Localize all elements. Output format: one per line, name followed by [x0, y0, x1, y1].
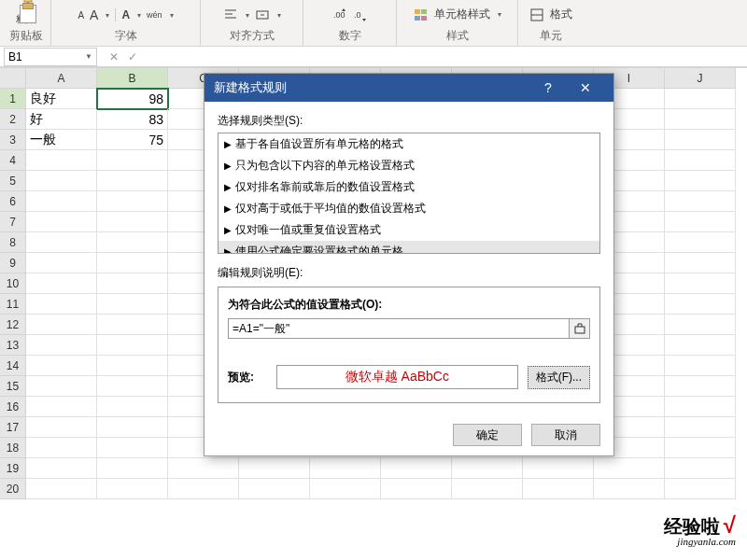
cell[interactable]	[26, 315, 97, 335]
cell[interactable]	[97, 417, 168, 438]
row-header[interactable]: 14	[0, 356, 26, 376]
align-left-icon[interactable]	[223, 7, 238, 22]
cell[interactable]	[97, 458, 168, 479]
cell[interactable]	[97, 232, 168, 253]
row-header[interactable]: 17	[0, 417, 26, 438]
row-header[interactable]: 7	[0, 212, 26, 232]
cell[interactable]	[26, 438, 97, 458]
rule-type-item[interactable]: ▶只为包含以下内容的单元格设置格式	[218, 155, 599, 176]
cell[interactable]	[26, 335, 97, 356]
cell[interactable]	[26, 458, 97, 479]
row-header[interactable]: 11	[0, 294, 26, 315]
cell[interactable]	[665, 212, 736, 232]
cell[interactable]	[26, 294, 97, 315]
cell[interactable]	[97, 479, 168, 499]
range-selector-icon[interactable]	[569, 319, 589, 338]
cell[interactable]	[239, 479, 310, 499]
decrease-font-icon[interactable]: A	[78, 10, 84, 21]
cell[interactable]	[452, 479, 523, 499]
cell[interactable]	[665, 294, 736, 315]
cell[interactable]	[26, 376, 97, 397]
cell[interactable]	[594, 458, 665, 479]
cell[interactable]	[665, 273, 736, 294]
cell[interactable]: 好	[26, 109, 97, 130]
cell[interactable]	[665, 376, 736, 397]
cell[interactable]	[665, 171, 736, 191]
cell[interactable]: 一般	[26, 130, 97, 150]
cell[interactable]	[523, 479, 594, 499]
cell[interactable]	[26, 171, 97, 191]
rule-type-list[interactable]: ▶基于各自值设置所有单元格的格式▶只为包含以下内容的单元格设置格式▶仅对排名靠前…	[218, 133, 600, 254]
cell[interactable]	[97, 376, 168, 397]
cell[interactable]: 83	[97, 109, 168, 130]
rule-type-item[interactable]: ▶仅对排名靠前或靠后的数值设置格式	[218, 176, 599, 198]
cell[interactable]	[26, 191, 97, 212]
formula-input[interactable]	[229, 322, 569, 335]
cell[interactable]	[26, 253, 97, 273]
cell[interactable]	[310, 479, 381, 499]
cell[interactable]	[97, 273, 168, 294]
row-header[interactable]: 3	[0, 130, 26, 150]
cell[interactable]	[665, 356, 736, 376]
cancel-button[interactable]: 取消	[531, 424, 600, 446]
cell[interactable]	[665, 232, 736, 253]
rule-type-item[interactable]: ▶基于各自值设置所有单元格的格式	[218, 133, 599, 155]
cell[interactable]	[26, 150, 97, 171]
column-header[interactable]: B	[97, 68, 168, 89]
cell[interactable]	[665, 397, 736, 417]
cell[interactable]	[310, 458, 381, 479]
chevron-down-icon[interactable]: ▼	[85, 52, 92, 61]
format-label[interactable]: 格式	[550, 7, 572, 22]
help-icon[interactable]: ?	[529, 74, 567, 102]
cancel-fx-icon[interactable]: ✕	[106, 50, 121, 63]
cell[interactable]	[97, 315, 168, 335]
cell-styles-label[interactable]: 单元格样式	[434, 7, 490, 22]
cell-styles-icon[interactable]	[414, 7, 429, 22]
select-all-corner[interactable]	[0, 68, 26, 89]
cell[interactable]	[26, 273, 97, 294]
row-header[interactable]: 10	[0, 273, 26, 294]
cell[interactable]	[26, 479, 97, 499]
cell[interactable]	[381, 479, 452, 499]
row-header[interactable]: 20	[0, 479, 26, 499]
cell[interactable]: 98	[97, 89, 168, 109]
enter-fx-icon[interactable]: ✓	[125, 50, 140, 63]
cell[interactable]	[665, 89, 736, 109]
cell[interactable]	[97, 171, 168, 191]
row-header[interactable]: 2	[0, 109, 26, 130]
cell[interactable]	[97, 253, 168, 273]
cell[interactable]	[97, 294, 168, 315]
row-header[interactable]: 12	[0, 315, 26, 335]
row-header[interactable]: 1	[0, 89, 26, 109]
row-header[interactable]: 5	[0, 171, 26, 191]
cell[interactable]	[239, 458, 310, 479]
merge-icon[interactable]	[255, 7, 270, 22]
increase-font-icon[interactable]: A	[90, 7, 98, 22]
cell[interactable]	[452, 458, 523, 479]
cell[interactable]	[594, 479, 665, 499]
cell[interactable]	[665, 479, 736, 499]
row-header[interactable]: 13	[0, 335, 26, 356]
row-header[interactable]: 4	[0, 150, 26, 171]
cell[interactable]	[97, 335, 168, 356]
cell[interactable]	[665, 150, 736, 171]
cell[interactable]	[97, 150, 168, 171]
cell[interactable]	[665, 315, 736, 335]
cell[interactable]: 75	[97, 130, 168, 150]
bold-icon[interactable]: A	[121, 8, 130, 21]
cell[interactable]	[665, 458, 736, 479]
ok-button[interactable]: 确定	[453, 424, 522, 446]
rule-type-item[interactable]: ▶仅对唯一值或重复值设置格式	[218, 219, 599, 241]
cell[interactable]	[665, 417, 736, 438]
cell[interactable]	[665, 191, 736, 212]
format-button[interactable]: 格式(F)...	[528, 366, 590, 389]
rule-type-item[interactable]: ▶使用公式确定要设置格式的单元格	[218, 241, 599, 254]
cell[interactable]	[665, 253, 736, 273]
row-header[interactable]: 15	[0, 376, 26, 397]
rule-type-item[interactable]: ▶仅对高于或低于平均值的数值设置格式	[218, 198, 599, 219]
cell[interactable]	[523, 458, 594, 479]
cell[interactable]	[665, 335, 736, 356]
close-icon[interactable]: ✕	[567, 74, 604, 102]
cell[interactable]	[26, 417, 97, 438]
column-header[interactable]: J	[665, 68, 736, 89]
